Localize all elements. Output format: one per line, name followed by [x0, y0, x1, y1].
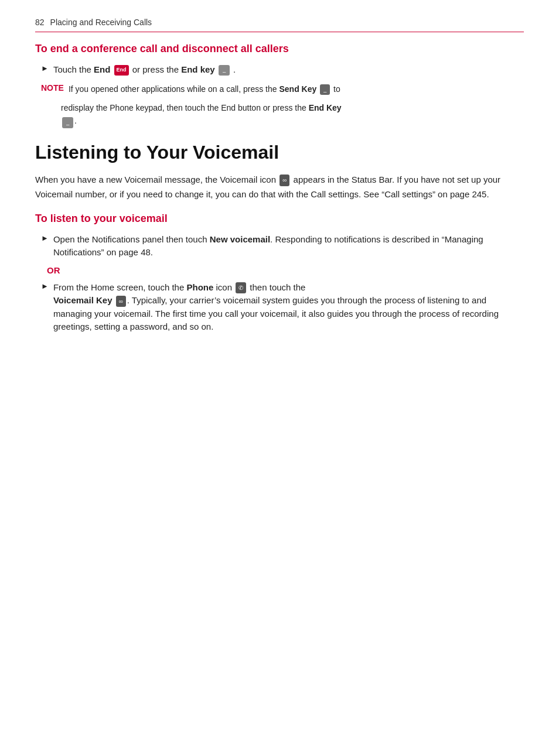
end-call-text: Touch the End End or press the End key ⎯…: [53, 63, 236, 77]
voicemail-bullet1: ► Open the Notifications panel then touc…: [41, 233, 524, 259]
end-key-icon-2: ⎯: [62, 117, 73, 128]
voicemail-key-icon: ∞: [116, 296, 126, 307]
listen-voicemail-heading: To listen to your voicemail: [35, 213, 524, 225]
note-block: NOTE If you opened other applications wh…: [41, 83, 524, 95]
send-key-bold: Send Key: [279, 84, 316, 94]
or-label: OR: [47, 265, 524, 275]
bullet-arrow-3: ►: [41, 282, 49, 290]
end-bold: End: [94, 64, 110, 74]
end-key-bold: End key: [181, 64, 215, 74]
conference-call-heading: To end a conference call and disconnect …: [35, 43, 524, 55]
page-container: 82 Placing and Receiving Calls To end a …: [0, 0, 559, 756]
voicemail-icon: ∞: [280, 175, 289, 187]
voicemail-section-title: Listening to Your Voicemail: [35, 141, 524, 163]
voicemail-body-text: When you have a new Voicemail message, t…: [35, 173, 524, 202]
end-button-icon: End: [114, 65, 129, 76]
end-call-bullet: ► Touch the End End or press the End key…: [41, 63, 524, 77]
page-number: 82: [35, 18, 45, 27]
end-key-icon: ⎯: [219, 65, 230, 76]
end-key-bold-2: End Key: [309, 103, 342, 112]
phone-bold: Phone: [186, 282, 213, 292]
voicemail-bullet1-text: Open the Notifications panel then touch …: [53, 233, 524, 259]
page-header: 82 Placing and Receiving Calls: [35, 18, 524, 32]
phone-icon: ✆: [236, 282, 246, 293]
note-indent-text: redisplay the Phone keypad, then touch t…: [61, 101, 524, 128]
bullet-arrow-1: ►: [41, 64, 49, 73]
bullet-arrow-2: ►: [41, 234, 49, 242]
new-voicemail-bold: New voicemail: [210, 234, 270, 244]
note-label: NOTE: [41, 83, 64, 93]
send-key-icon: ⎯: [320, 84, 330, 95]
voicemail-key-bold: Voicemail Key: [53, 295, 113, 305]
note-text: If you opened other applications while o…: [69, 83, 340, 95]
voicemail-bullet2-text: From the Home screen, touch the Phone ic…: [53, 281, 524, 334]
page-header-title: Placing and Receiving Calls: [50, 18, 152, 27]
voicemail-bullet2: ► From the Home screen, touch the Phone …: [41, 281, 524, 334]
